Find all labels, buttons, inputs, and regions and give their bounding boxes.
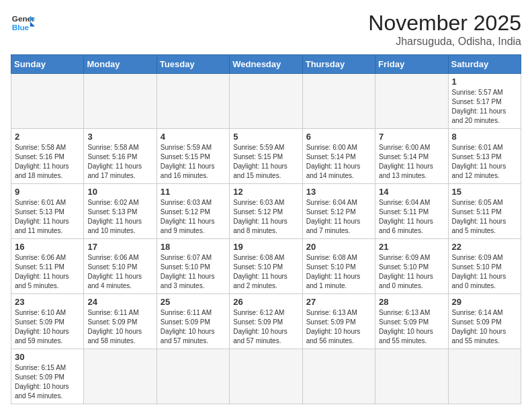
day-info: Sunrise: 5:58 AM Sunset: 5:16 PM Dayligh… xyxy=(15,143,80,181)
calendar-week-row: 9Sunrise: 6:01 AM Sunset: 5:13 PM Daylig… xyxy=(11,184,521,239)
calendar-cell xyxy=(11,74,84,129)
weekday-header-tuesday: Tuesday xyxy=(157,55,229,74)
day-info: Sunrise: 6:04 AM Sunset: 5:12 PM Dayligh… xyxy=(306,198,371,236)
calendar-cell: 7Sunrise: 6:00 AM Sunset: 5:14 PM Daylig… xyxy=(375,129,448,184)
day-number: 5 xyxy=(233,132,298,142)
day-number: 7 xyxy=(379,132,444,142)
calendar-cell: 26Sunrise: 6:12 AM Sunset: 5:09 PM Dayli… xyxy=(230,294,302,349)
day-info: Sunrise: 6:03 AM Sunset: 5:12 PM Dayligh… xyxy=(233,198,298,236)
calendar-cell: 16Sunrise: 6:06 AM Sunset: 5:11 PM Dayli… xyxy=(11,239,84,294)
calendar-cell: 6Sunrise: 6:00 AM Sunset: 5:14 PM Daylig… xyxy=(302,129,375,184)
day-info: Sunrise: 6:05 AM Sunset: 5:11 PM Dayligh… xyxy=(452,198,517,236)
weekday-header-sunday: Sunday xyxy=(11,55,84,74)
calendar-cell: 28Sunrise: 6:13 AM Sunset: 5:09 PM Dayli… xyxy=(375,294,448,349)
day-number: 2 xyxy=(15,132,80,142)
svg-text:Blue: Blue xyxy=(12,23,30,32)
day-info: Sunrise: 6:06 AM Sunset: 5:11 PM Dayligh… xyxy=(15,253,80,291)
calendar-week-row: 2Sunrise: 5:58 AM Sunset: 5:16 PM Daylig… xyxy=(11,129,521,184)
day-number: 4 xyxy=(161,132,226,142)
day-info: Sunrise: 6:11 AM Sunset: 5:09 PM Dayligh… xyxy=(87,308,152,346)
calendar-cell xyxy=(448,349,521,404)
day-number: 21 xyxy=(379,242,444,252)
calendar-week-row: 16Sunrise: 6:06 AM Sunset: 5:11 PM Dayli… xyxy=(11,239,521,294)
day-number: 8 xyxy=(452,132,517,142)
day-number: 26 xyxy=(233,297,298,307)
calendar-cell: 20Sunrise: 6:08 AM Sunset: 5:10 PM Dayli… xyxy=(302,239,375,294)
day-info: Sunrise: 5:58 AM Sunset: 5:16 PM Dayligh… xyxy=(87,143,152,181)
logo: General Blue xyxy=(11,11,35,35)
weekday-header-friday: Friday xyxy=(375,55,448,74)
title-block: November 2025 Jharsuguda, Odisha, India xyxy=(368,11,521,48)
calendar-cell: 15Sunrise: 6:05 AM Sunset: 5:11 PM Dayli… xyxy=(448,184,521,239)
calendar-cell xyxy=(375,349,448,404)
day-number: 18 xyxy=(161,242,226,252)
day-number: 6 xyxy=(306,132,371,142)
logo-icon: General Blue xyxy=(11,11,35,35)
calendar-cell: 10Sunrise: 6:02 AM Sunset: 5:13 PM Dayli… xyxy=(84,184,157,239)
calendar-cell xyxy=(230,74,302,129)
day-info: Sunrise: 6:11 AM Sunset: 5:09 PM Dayligh… xyxy=(161,308,226,346)
calendar-cell: 5Sunrise: 5:59 AM Sunset: 5:15 PM Daylig… xyxy=(230,129,302,184)
weekday-header-row: SundayMondayTuesdayWednesdayThursdayFrid… xyxy=(11,55,521,74)
calendar-cell xyxy=(230,349,302,404)
day-info: Sunrise: 6:14 AM Sunset: 5:09 PM Dayligh… xyxy=(452,308,517,346)
day-number: 24 xyxy=(87,297,152,307)
day-number: 20 xyxy=(306,242,371,252)
calendar-cell: 8Sunrise: 6:01 AM Sunset: 5:13 PM Daylig… xyxy=(448,129,521,184)
day-info: Sunrise: 6:09 AM Sunset: 5:10 PM Dayligh… xyxy=(379,253,444,291)
day-number: 25 xyxy=(161,297,226,307)
day-info: Sunrise: 6:01 AM Sunset: 5:13 PM Dayligh… xyxy=(15,198,80,236)
day-info: Sunrise: 6:03 AM Sunset: 5:12 PM Dayligh… xyxy=(161,198,226,236)
calendar-cell xyxy=(375,74,448,129)
day-number: 12 xyxy=(233,187,298,197)
day-number: 22 xyxy=(452,242,517,252)
calendar-subtitle: Jharsuguda, Odisha, India xyxy=(368,36,521,48)
day-info: Sunrise: 6:12 AM Sunset: 5:09 PM Dayligh… xyxy=(233,308,298,346)
calendar-cell: 12Sunrise: 6:03 AM Sunset: 5:12 PM Dayli… xyxy=(230,184,302,239)
calendar-cell: 19Sunrise: 6:08 AM Sunset: 5:10 PM Dayli… xyxy=(230,239,302,294)
calendar-cell: 22Sunrise: 6:09 AM Sunset: 5:10 PM Dayli… xyxy=(448,239,521,294)
day-info: Sunrise: 6:06 AM Sunset: 5:10 PM Dayligh… xyxy=(87,253,152,291)
day-info: Sunrise: 6:00 AM Sunset: 5:14 PM Dayligh… xyxy=(306,143,371,181)
calendar-cell: 29Sunrise: 6:14 AM Sunset: 5:09 PM Dayli… xyxy=(448,294,521,349)
calendar-table: SundayMondayTuesdayWednesdayThursdayFrid… xyxy=(11,54,521,404)
day-info: Sunrise: 6:13 AM Sunset: 5:09 PM Dayligh… xyxy=(379,308,444,346)
day-number: 16 xyxy=(15,242,80,252)
calendar-cell xyxy=(84,349,157,404)
day-info: Sunrise: 6:13 AM Sunset: 5:09 PM Dayligh… xyxy=(306,308,371,346)
day-number: 3 xyxy=(87,132,152,142)
day-info: Sunrise: 5:59 AM Sunset: 5:15 PM Dayligh… xyxy=(161,143,226,181)
day-info: Sunrise: 6:01 AM Sunset: 5:13 PM Dayligh… xyxy=(452,143,517,181)
calendar-cell: 25Sunrise: 6:11 AM Sunset: 5:09 PM Dayli… xyxy=(157,294,229,349)
weekday-header-monday: Monday xyxy=(84,55,157,74)
calendar-cell xyxy=(302,349,375,404)
calendar-cell: 3Sunrise: 5:58 AM Sunset: 5:16 PM Daylig… xyxy=(84,129,157,184)
day-info: Sunrise: 6:09 AM Sunset: 5:10 PM Dayligh… xyxy=(452,253,517,291)
calendar-title: November 2025 xyxy=(368,11,521,36)
page-header: General Blue November 2025 Jharsuguda, O… xyxy=(11,11,521,48)
day-number: 11 xyxy=(161,187,226,197)
day-number: 23 xyxy=(15,297,80,307)
calendar-cell: 13Sunrise: 6:04 AM Sunset: 5:12 PM Dayli… xyxy=(302,184,375,239)
calendar-cell: 2Sunrise: 5:58 AM Sunset: 5:16 PM Daylig… xyxy=(11,129,84,184)
day-info: Sunrise: 6:15 AM Sunset: 5:09 PM Dayligh… xyxy=(15,363,80,401)
calendar-cell: 23Sunrise: 6:10 AM Sunset: 5:09 PM Dayli… xyxy=(11,294,84,349)
day-number: 1 xyxy=(452,77,517,87)
day-number: 14 xyxy=(379,187,444,197)
day-info: Sunrise: 6:08 AM Sunset: 5:10 PM Dayligh… xyxy=(306,253,371,291)
day-number: 15 xyxy=(452,187,517,197)
calendar-cell: 1Sunrise: 5:57 AM Sunset: 5:17 PM Daylig… xyxy=(448,74,521,129)
weekday-header-saturday: Saturday xyxy=(448,55,521,74)
calendar-cell xyxy=(302,74,375,129)
calendar-week-row: 23Sunrise: 6:10 AM Sunset: 5:09 PM Dayli… xyxy=(11,294,521,349)
weekday-header-thursday: Thursday xyxy=(302,55,375,74)
calendar-cell xyxy=(84,74,157,129)
calendar-cell: 14Sunrise: 6:04 AM Sunset: 5:11 PM Dayli… xyxy=(375,184,448,239)
calendar-cell xyxy=(157,74,229,129)
calendar-cell: 18Sunrise: 6:07 AM Sunset: 5:10 PM Dayli… xyxy=(157,239,229,294)
day-info: Sunrise: 6:10 AM Sunset: 5:09 PM Dayligh… xyxy=(15,308,80,346)
calendar-cell: 4Sunrise: 5:59 AM Sunset: 5:15 PM Daylig… xyxy=(157,129,229,184)
day-number: 17 xyxy=(87,242,152,252)
calendar-cell: 30Sunrise: 6:15 AM Sunset: 5:09 PM Dayli… xyxy=(11,349,84,404)
day-number: 9 xyxy=(15,187,80,197)
